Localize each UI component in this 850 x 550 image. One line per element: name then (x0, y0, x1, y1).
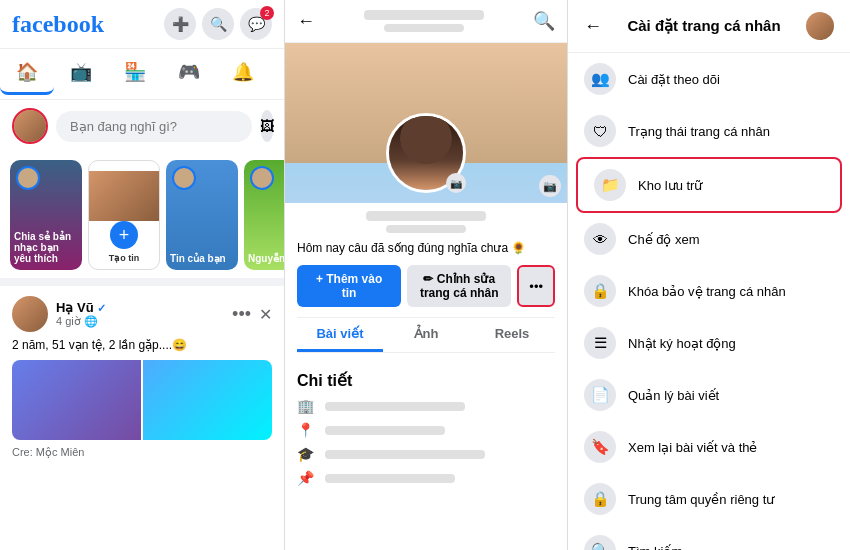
nav-gaming[interactable]: 🎮 (162, 53, 216, 95)
messenger-badge: 2 (260, 6, 274, 20)
activity-icon: ☰ (584, 327, 616, 359)
search-menu-label: Tìm kiếm (628, 544, 682, 551)
story-label-2: Tin của bạn (170, 253, 234, 264)
mid-title-sub (384, 24, 464, 32)
privacy-label: Trung tâm quyền riêng tư (628, 492, 774, 507)
action-buttons: + Thêm vào tin ✏ Chỉnh sửa trang cá nhân… (297, 265, 555, 307)
right-title: Cài đặt trang cá nhân (602, 17, 806, 35)
right-header: ← Cài đặt trang cá nhân (568, 0, 850, 53)
detail-icon-1: 🏢 (297, 398, 317, 414)
add-story-btn[interactable]: + Thêm vào tin (297, 265, 401, 307)
middle-panel: ← 🔍 📷 📷 Hôm nay câu đã sống đúng nghĩa c… (285, 0, 568, 550)
tab-anh[interactable]: Ảnh (383, 318, 469, 352)
profile-sub-blur (386, 225, 466, 233)
view-label: Chế độ xem (628, 232, 700, 247)
view-icon: 👁 (584, 223, 616, 255)
story-avatar-3 (250, 166, 274, 190)
plus-icon-btn[interactable]: ➕ (164, 8, 196, 40)
menu-item-review[interactable]: 🔖 Xem lại bài viết và thẻ (568, 421, 850, 473)
mid-title-area (315, 10, 533, 32)
post-image-1 (12, 360, 141, 440)
detail-blur-4 (325, 474, 455, 483)
detail-blur-2 (325, 426, 445, 435)
detail-row-3: 🎓 (297, 446, 555, 462)
post-time: 4 giờ 🌐 (56, 315, 224, 328)
nav-video[interactable]: 📺 (54, 53, 108, 95)
story-friend1[interactable]: Tin của bạn (166, 160, 238, 270)
detail-blur-1 (325, 402, 465, 411)
tab-reels[interactable]: Reels (469, 318, 555, 352)
mid-back-btn[interactable]: ← (297, 11, 315, 32)
menu-item-lock[interactable]: 🔒 Khóa bảo vệ trang cá nhân (568, 265, 850, 317)
manage-icon: 📄 (584, 379, 616, 411)
story-avatar-1 (16, 166, 40, 190)
post-bar: 🖼 (0, 100, 284, 152)
camera-avatar-btn[interactable]: 📷 (446, 173, 466, 193)
menu-item-search[interactable]: 🔍 Tìm kiếm (568, 525, 850, 550)
lock-icon: 🔒 (584, 275, 616, 307)
more-btn[interactable]: ••• (517, 265, 555, 307)
menu-item-activity[interactable]: ☰ Nhật ký hoạt động (568, 317, 850, 369)
photo-icon-btn[interactable]: 🖼 (260, 110, 274, 142)
stories-row: Chia sẻ bản nhạc bạn yêu thích + Tạo tin… (0, 152, 284, 278)
story-label-1: Chia sẻ bản nhạc bạn yêu thích (14, 231, 78, 264)
post-name: Hạ Vũ ✓ (56, 300, 224, 315)
menu-item-view[interactable]: 👁 Chế độ xem (568, 213, 850, 265)
follow-label: Cài đặt theo dõi (628, 72, 720, 87)
create-story-label: Tạo tin (105, 253, 144, 269)
tab-baiviet[interactable]: Bài viết (297, 318, 383, 352)
status-label: Trạng thái trang cá nhân (628, 124, 770, 139)
mid-header: ← 🔍 (285, 0, 567, 43)
post-text: 2 năm, 51 vạn tệ, 2 lần gặp....😄 (12, 338, 272, 352)
nav-profile[interactable] (270, 53, 285, 95)
fb-header: facebook ➕ 🔍 💬 2 (0, 0, 284, 49)
nav-bar: 🏠 📺 🏪 🎮 🔔 (0, 49, 284, 100)
menu-item-manage[interactable]: 📄 Quản lý bài viết (568, 369, 850, 421)
status-icon: 🛡 (584, 115, 616, 147)
search-icon-btn[interactable]: 🔍 (202, 8, 234, 40)
story-avatar-2 (172, 166, 196, 190)
story-create[interactable]: + Tạo tin (88, 160, 160, 270)
nav-home[interactable]: 🏠 (0, 53, 54, 95)
edit-profile-btn[interactable]: ✏ Chỉnh sửa trang cá nhân (407, 265, 511, 307)
menu-item-privacy[interactable]: 🔒 Trung tâm quyền riêng tư (568, 473, 850, 525)
post-more-btn[interactable]: ••• (232, 304, 251, 325)
post-close-btn[interactable]: ✕ (259, 305, 272, 324)
post-image-2 (143, 360, 272, 440)
post-input[interactable] (56, 111, 252, 142)
create-story-plus: + (110, 221, 138, 249)
menu-item-archive[interactable]: 📁 Kho lưu trữ (576, 157, 842, 213)
detail-row-1: 🏢 (297, 398, 555, 414)
left-panel: facebook ➕ 🔍 💬 2 🏠 📺 🏪 🎮 🔔 🖼 (0, 0, 285, 550)
menu-item-status[interactable]: 🛡 Trạng thái trang cá nhân (568, 105, 850, 157)
header-icons: ➕ 🔍 💬 2 (164, 8, 272, 40)
story-music[interactable]: Chia sẻ bản nhạc bạn yêu thích (10, 160, 82, 270)
story-friend2[interactable]: Nguyễn Anh (244, 160, 284, 270)
right-back-btn[interactable]: ← (584, 16, 602, 37)
detail-icon-3: 🎓 (297, 446, 317, 462)
post-avatar (12, 296, 48, 332)
camera-cover-btn[interactable]: 📷 (539, 175, 561, 197)
right-avatar[interactable] (806, 12, 834, 40)
nav-shop[interactable]: 🏪 (108, 53, 162, 95)
profile-info-area: Hôm nay câu đã sống đúng nghĩa chưa 🌻 + … (285, 203, 567, 361)
public-icon: 🌐 (84, 315, 98, 327)
profile-cover-area: 📷 📷 (285, 43, 567, 203)
lock-label: Khóa bảo vệ trang cá nhân (628, 284, 786, 299)
nav-bell[interactable]: 🔔 (216, 53, 270, 95)
post-card: Hạ Vũ ✓ 4 giờ 🌐 ••• ✕ 2 năm, 51 vạn tệ, … (0, 278, 284, 469)
follow-icon: 👥 (584, 63, 616, 95)
detail-blur-3 (325, 450, 485, 459)
fb-logo: facebook (12, 11, 104, 38)
mid-search-icon[interactable]: 🔍 (533, 10, 555, 32)
right-panel: ← Cài đặt trang cá nhân 👥 Cài đặt theo d… (568, 0, 850, 550)
verified-icon: ✓ (97, 302, 106, 314)
tabs-row: Bài viết Ảnh Reels (297, 317, 555, 353)
search-menu-icon: 🔍 (584, 535, 616, 550)
messenger-icon-btn[interactable]: 💬 2 (240, 8, 272, 40)
menu-item-follow[interactable]: 👥 Cài đặt theo dõi (568, 53, 850, 105)
profile-name-blur (366, 211, 486, 221)
post-header: Hạ Vũ ✓ 4 giờ 🌐 ••• ✕ (12, 296, 272, 332)
privacy-icon: 🔒 (584, 483, 616, 515)
manage-label: Quản lý bài viết (628, 388, 719, 403)
